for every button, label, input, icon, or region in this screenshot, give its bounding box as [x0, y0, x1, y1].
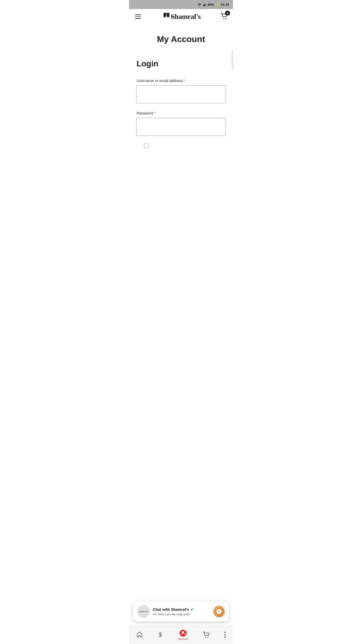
login-heading: Login [137, 59, 225, 68]
login-section: Login Username or email address* Passwor… [129, 59, 233, 148]
signal-icon [203, 3, 206, 6]
scroll-indicator [232, 50, 233, 70]
svg-point-6 [225, 18, 227, 19]
svg-point-5 [223, 18, 224, 19]
username-required: * [184, 78, 185, 83]
logo: Shamraf's [161, 12, 201, 21]
remember-checkbox[interactable] [144, 143, 149, 148]
username-field-group: Username or email address* [137, 78, 225, 103]
logo-text: Shamraf's [171, 13, 201, 21]
svg-rect-1 [204, 4, 204, 6]
cart-button[interactable]: 0 [220, 13, 228, 21]
battery-charging-icon: ⚡ [215, 3, 219, 7]
username-label: Username or email address* [137, 78, 225, 83]
header: Shamraf's 0 [129, 9, 233, 24]
status-time: 23:19 [221, 3, 229, 7]
username-input[interactable] [137, 85, 225, 103]
svg-rect-0 [203, 5, 204, 6]
hamburger-menu-button[interactable] [134, 13, 142, 20]
page-title: My Account [129, 24, 233, 59]
wifi-icon [197, 3, 202, 6]
remember-row [137, 143, 225, 148]
svg-rect-2 [205, 4, 205, 6]
password-field-group: Password* [137, 111, 225, 136]
cart-badge: 0 [225, 11, 230, 16]
password-label: Password* [137, 111, 225, 115]
status-icons: 85% ⚡ 23:19 [197, 3, 229, 7]
password-required: * [154, 111, 155, 115]
status-bar: 85% ⚡ 23:19 [129, 0, 233, 9]
password-input[interactable] [137, 118, 225, 136]
svg-rect-3 [205, 3, 206, 6]
battery-level: 85% [208, 3, 214, 7]
